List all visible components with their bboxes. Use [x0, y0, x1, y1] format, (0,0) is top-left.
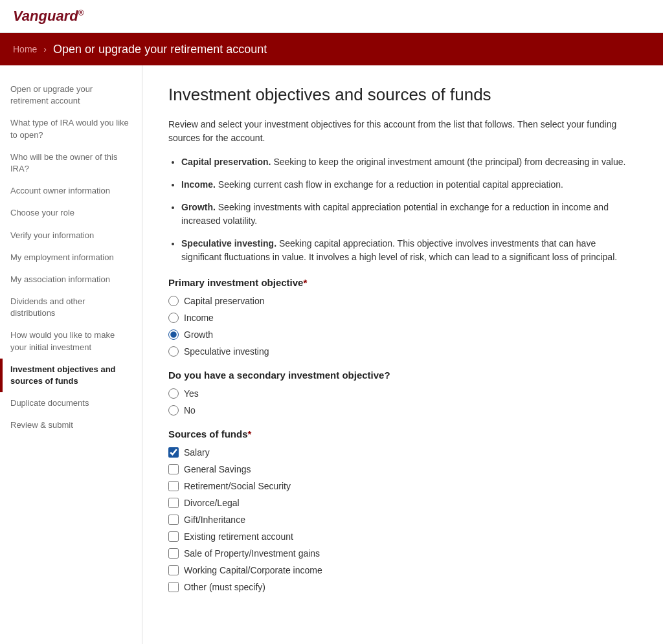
sidebar-item-review-submit[interactable]: Review & submit: [0, 414, 142, 436]
option-existing-retirement[interactable]: Existing retirement account: [168, 531, 635, 542]
objectives-list: Capital preservation. Seeking to keep th…: [181, 155, 635, 264]
label-sale-property: Sale of Property/Investment gains: [184, 548, 320, 559]
label-no: No: [184, 405, 196, 416]
sidebar-item-investment-objectives[interactable]: Investment objectives and sources of fun…: [0, 359, 142, 392]
option-income[interactable]: Income: [168, 313, 635, 323]
option-no[interactable]: No: [168, 405, 635, 416]
top-bar: Vanguard®: [0, 0, 663, 33]
label-capital-preservation: Capital preservation: [184, 296, 265, 306]
label-yes: Yes: [184, 388, 199, 399]
option-sale-property[interactable]: Sale of Property/Investment gains: [168, 548, 635, 559]
sources-of-funds-group: Salary General Savings Retirement/Social…: [168, 447, 635, 592]
primary-objective-group: Capital preservation Income Growth Specu…: [168, 296, 635, 357]
option-working-capital[interactable]: Working Capital/Corporate income: [168, 565, 635, 575]
option-general-savings[interactable]: General Savings: [168, 464, 635, 474]
desc-capital-preservation: Seeking to keep the original investment …: [273, 157, 625, 167]
nav-bar: Home › Open or upgrade your retirement a…: [0, 33, 663, 65]
desc-income: Seeking current cash flow in exchange fo…: [218, 179, 563, 190]
label-gift-inheritance: Gift/Inheritance: [184, 515, 245, 525]
checkbox-other[interactable]: [168, 582, 179, 592]
label-other: Other (must specify): [184, 582, 265, 592]
term-income: Income.: [181, 179, 216, 190]
label-growth: Growth: [184, 329, 213, 340]
checkbox-retirement-social-security[interactable]: [168, 481, 179, 491]
option-divorce-legal[interactable]: Divorce/Legal: [168, 498, 635, 508]
term-speculative: Speculative investing.: [181, 238, 276, 249]
sidebar-item-ira-type[interactable]: What type of IRA would you like to open?: [0, 112, 142, 146]
option-growth[interactable]: Growth: [168, 329, 635, 340]
option-gift-inheritance[interactable]: Gift/Inheritance: [168, 515, 635, 525]
required-asterisk-primary: *: [303, 277, 307, 288]
radio-no[interactable]: [168, 405, 179, 416]
label-speculative: Speculative investing: [184, 346, 269, 357]
term-growth: Growth.: [181, 202, 216, 212]
label-general-savings: General Savings: [184, 464, 251, 474]
sidebar-item-initial-investment[interactable]: How would you like to make your initial …: [0, 324, 142, 358]
secondary-objective-group: Yes No: [168, 388, 635, 416]
sidebar-item-dividends[interactable]: Dividends and other distributions: [0, 291, 142, 324]
label-divorce-legal: Divorce/Legal: [184, 498, 240, 508]
label-income: Income: [184, 313, 214, 323]
option-capital-preservation[interactable]: Capital preservation: [168, 296, 635, 306]
sidebar-item-account-owner[interactable]: Account owner information: [0, 180, 142, 202]
intro-paragraph: Review and select your investment object…: [168, 118, 635, 145]
checkbox-sale-property[interactable]: [168, 548, 179, 559]
sidebar-item-duplicate-docs[interactable]: Duplicate documents: [0, 392, 142, 414]
checkbox-existing-retirement[interactable]: [168, 531, 179, 542]
option-salary[interactable]: Salary: [168, 447, 635, 458]
bullet-income: Income. Seeking current cash flow in exc…: [181, 178, 635, 192]
sidebar-item-choose-role[interactable]: Choose your role: [0, 202, 142, 224]
checkbox-general-savings[interactable]: [168, 464, 179, 474]
required-asterisk-sources: *: [248, 428, 252, 439]
radio-speculative[interactable]: [168, 346, 179, 357]
secondary-objective-label: Do you have a secondary investment objec…: [168, 370, 635, 381]
option-yes[interactable]: Yes: [168, 388, 635, 399]
label-salary: Salary: [184, 447, 210, 458]
radio-income[interactable]: [168, 313, 179, 323]
bullet-growth: Growth. Seeking investments with capital…: [181, 201, 635, 228]
vanguard-logo: Vanguard®: [13, 8, 650, 25]
label-existing-retirement: Existing retirement account: [184, 531, 293, 542]
option-other[interactable]: Other (must specify): [168, 582, 635, 592]
term-capital-preservation: Capital preservation.: [181, 157, 271, 167]
sources-of-funds-label: Sources of funds*: [168, 428, 635, 439]
sidebar-item-open-upgrade[interactable]: Open or upgrade your retirement account: [0, 78, 142, 112]
page-title: Investment objectives and sources of fun…: [168, 85, 635, 105]
checkbox-salary[interactable]: [168, 447, 179, 458]
label-working-capital: Working Capital/Corporate income: [184, 565, 322, 575]
desc-growth: Seeking investments with capital appreci…: [181, 202, 609, 226]
main-layout: Open or upgrade your retirement account …: [0, 65, 663, 644]
sidebar-item-ira-owner[interactable]: Who will be the owner of this IRA?: [0, 146, 142, 180]
nav-home-link[interactable]: Home: [13, 44, 37, 54]
checkbox-gift-inheritance[interactable]: [168, 515, 179, 525]
nav-title: Open or upgrade your retirement account: [53, 43, 267, 56]
checkbox-working-capital[interactable]: [168, 565, 179, 575]
bullet-capital-preservation: Capital preservation. Seeking to keep th…: [181, 155, 635, 169]
radio-capital-preservation[interactable]: [168, 296, 179, 306]
sidebar: Open or upgrade your retirement account …: [0, 65, 142, 644]
radio-growth[interactable]: [168, 329, 179, 340]
option-speculative[interactable]: Speculative investing: [168, 346, 635, 357]
main-content: Investment objectives and sources of fun…: [142, 65, 660, 644]
bullet-speculative: Speculative investing. Seeking capital a…: [181, 237, 635, 264]
label-retirement-social-security: Retirement/Social Security: [184, 481, 291, 491]
radio-yes[interactable]: [168, 388, 179, 399]
option-retirement-social-security[interactable]: Retirement/Social Security: [168, 481, 635, 491]
sidebar-item-employment[interactable]: My employment information: [0, 247, 142, 269]
sidebar-item-association[interactable]: My association information: [0, 269, 142, 291]
checkbox-divorce-legal[interactable]: [168, 498, 179, 508]
primary-objective-label: Primary investment objective*: [168, 277, 635, 288]
sidebar-item-verify[interactable]: Verify your information: [0, 225, 142, 247]
